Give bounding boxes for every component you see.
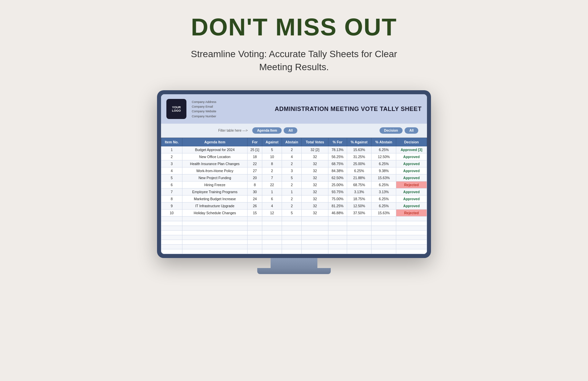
company-address: Company Address <box>192 100 216 104</box>
page-subtitle: Streamline Voting: Accurate Tally Sheets… <box>177 47 411 74</box>
table-row: 5New Project Funding20753262.50%21.88%15… <box>161 174 427 181</box>
col-item-no: Item No. <box>161 138 182 146</box>
col-agenda-item: Agenda Item <box>182 138 248 146</box>
filter-decision-value[interactable]: All <box>405 127 418 134</box>
filter-row-inner: Filter table here ---> Agenda Item All D… <box>166 126 422 135</box>
table-row: 8Marketing Budget Increase24623275.00%18… <box>161 196 427 203</box>
empty-row <box>161 240 427 245</box>
col-pagainst: % Against <box>347 138 372 146</box>
empty-row <box>161 235 427 240</box>
logo-box: YOURLOGO <box>166 99 186 119</box>
table-header-row: Item No. Agenda Item For Against Abstain… <box>161 138 427 146</box>
filter-decision-label[interactable]: Decision <box>380 127 403 134</box>
table-row: 6Hiring Freeze82223225.00%68.75%6.25%Rej… <box>161 181 427 188</box>
col-for: For <box>248 138 262 146</box>
table-row: 1Budget Approval for 202425 [1]5232 [2]7… <box>161 146 427 153</box>
col-decision: Decision <box>396 138 427 146</box>
company-info: Company Address Company Email Company We… <box>192 100 216 119</box>
col-total-votes: Total Votes <box>302 138 328 146</box>
empty-row <box>161 245 427 249</box>
logo-text: YOURLOGO <box>172 106 181 113</box>
table-row: 10Holiday Schedule Changes151253246.88%3… <box>161 210 427 217</box>
monitor-neck <box>271 258 317 268</box>
empty-row <box>161 217 427 221</box>
company-email: Company Email <box>192 104 216 109</box>
table-row: 9IT Infrastructure Upgrade26423281.25%12… <box>161 203 427 210</box>
filter-agenda-item-label[interactable]: Agenda Item <box>252 127 282 134</box>
company-number: Company Number <box>192 114 216 119</box>
col-against: Against <box>262 138 282 146</box>
empty-row <box>161 249 427 254</box>
col-abstain: Abstain <box>282 138 302 146</box>
page-title: DON'T MISS OUT <box>191 13 397 41</box>
screen-inner: YOURLOGO Company Address Company Email C… <box>161 94 427 254</box>
filter-agenda-item-value[interactable]: All <box>284 127 297 134</box>
vote-tally-table: Item No. Agenda Item For Against Abstain… <box>161 138 427 254</box>
monitor-screen: YOURLOGO Company Address Company Email C… <box>157 90 431 258</box>
monitor-foot <box>257 268 331 274</box>
monitor-wrapper: YOURLOGO Company Address Company Email C… <box>157 90 431 274</box>
empty-row <box>161 221 427 226</box>
company-website: Company Website <box>192 109 216 114</box>
filter-label: Filter table here ---> <box>170 129 250 132</box>
table-row: 3Health Insurance Plan Changes22823268.7… <box>161 160 427 167</box>
empty-row <box>161 231 427 235</box>
col-pfor: % For <box>328 138 347 146</box>
sheet-title: ADMINISTRATION MEETING VOTE TALLY SHEET <box>222 106 422 113</box>
table-row: 2New Office Location181043256.25%31.25%1… <box>161 153 427 160</box>
table-row: 4Work-from-Home Policy27233284.38%6.25%9… <box>161 167 427 174</box>
table-row: 7Employee Training Programs30113293.75%3… <box>161 188 427 196</box>
empty-row <box>161 226 427 231</box>
col-pabstain: % Abstain <box>372 138 396 146</box>
spreadsheet-header: YOURLOGO Company Address Company Email C… <box>161 94 427 124</box>
filter-row: Filter table here ---> Agenda Item All D… <box>161 124 427 138</box>
